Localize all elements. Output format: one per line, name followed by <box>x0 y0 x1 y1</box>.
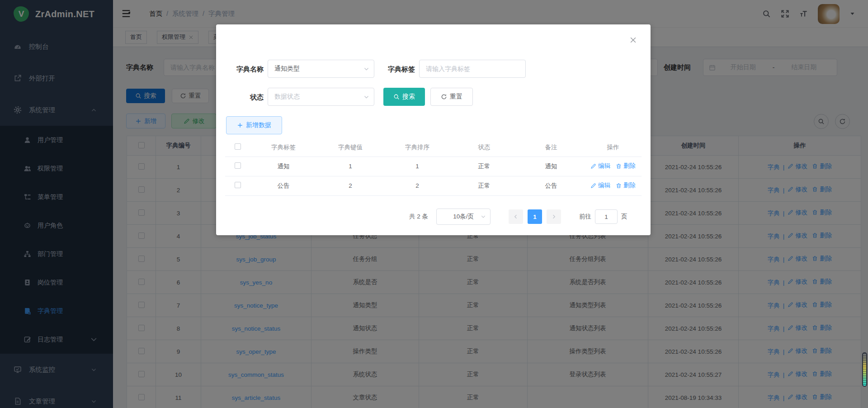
jump-suffix: 页 <box>621 213 627 221</box>
dict-data-table: 字典标签字典键值字典排序状态备注操作 通知11正常通知编辑删除公告22正常公告编… <box>225 138 642 196</box>
modal-dict-label-label: 字典标签 <box>380 65 415 74</box>
modal-dict-name-value: 通知类型 <box>274 65 300 73</box>
chevron-down-icon <box>481 214 486 219</box>
refresh-icon <box>441 94 447 100</box>
plus-icon <box>237 122 243 128</box>
jump-prefix: 前往 <box>579 213 591 221</box>
modal-dict-label-input[interactable] <box>419 60 526 78</box>
dict-data-modal: 字典名称 通知类型 字典标签 状态 数据状态 搜索 重置 新增数据 字典标签字典… <box>216 24 651 235</box>
modal-table-row: 公告22正常公告编辑删除 <box>225 176 642 195</box>
pagination-total: 共 2 条 <box>409 213 428 221</box>
modal-row-checkbox[interactable] <box>235 162 241 169</box>
modal-reset-button-label: 重置 <box>450 93 462 101</box>
modal-status-placeholder: 数据状态 <box>274 93 300 101</box>
chevron-down-icon <box>363 66 369 72</box>
modal-dict-name-label: 字典名称 <box>228 65 264 74</box>
cell-status: 正常 <box>451 157 518 176</box>
modal-add-data-button[interactable]: 新增数据 <box>226 116 282 134</box>
cell-dict-value: 1 <box>317 157 384 176</box>
modal-search-button[interactable]: 搜索 <box>383 88 425 106</box>
modal-reset-button[interactable]: 重置 <box>430 88 473 106</box>
modal-status-label: 状态 <box>228 93 264 102</box>
modal-row-checkbox[interactable] <box>235 182 241 188</box>
cell-dict-sort: 1 <box>384 157 451 176</box>
cell-remark: 通知 <box>518 157 585 176</box>
cell-status: 正常 <box>451 176 518 195</box>
trash-icon <box>616 183 622 189</box>
modal-column-header: 操作 <box>585 138 642 157</box>
modal-column-header: 字典排序 <box>384 138 451 157</box>
modal-delete-link[interactable]: 删除 <box>616 162 636 170</box>
modal-status-select[interactable]: 数据状态 <box>268 88 374 106</box>
modal-column-header <box>225 138 250 157</box>
cell-dict-label: 通知 <box>250 157 317 176</box>
arrow-left-icon <box>513 214 519 219</box>
modal-edit-link[interactable]: 编辑 <box>590 162 610 170</box>
current-page-button[interactable]: 1 <box>528 209 542 224</box>
modal-column-header: 状态 <box>451 138 518 157</box>
modal-select-all-checkbox[interactable] <box>235 143 241 150</box>
modal-add-data-label: 新增数据 <box>246 121 271 129</box>
modal-delete-link[interactable]: 删除 <box>616 181 636 190</box>
edit-icon <box>590 163 596 169</box>
close-icon[interactable] <box>629 36 637 44</box>
page-size-select[interactable]: 10条/页 <box>436 209 491 225</box>
modal-table-row: 通知11正常通知编辑删除 <box>225 157 642 176</box>
search-icon <box>393 94 400 100</box>
page-size-value: 10条/页 <box>453 213 474 221</box>
trash-icon <box>616 163 622 169</box>
scrollbar-thumb[interactable] <box>862 352 867 387</box>
pagination: 共 2 条 10条/页 1 前往 页 <box>409 209 627 225</box>
arrow-right-icon <box>551 214 557 219</box>
edit-icon <box>590 183 596 189</box>
scrollbar-stripes <box>863 353 866 386</box>
app-root: V ZrAdmin.NET 控制台外部打开系统管理用户管理权限管理菜单管理用户角… <box>0 0 868 408</box>
cell-dict-value: 2 <box>317 176 384 195</box>
modal-dict-name-select[interactable]: 通知类型 <box>268 60 374 78</box>
modal-search-button-label: 搜索 <box>402 93 415 101</box>
cell-remark: 公告 <box>518 176 585 195</box>
modal-column-header: 备注 <box>518 138 585 157</box>
modal-column-header: 字典键值 <box>317 138 384 157</box>
prev-page-button[interactable] <box>509 209 523 224</box>
cell-dict-sort: 2 <box>384 176 451 195</box>
modal-column-header: 字典标签 <box>250 138 317 157</box>
next-page-button[interactable] <box>547 209 561 224</box>
jump-page-input[interactable] <box>595 209 618 224</box>
chevron-down-icon <box>363 94 369 100</box>
cell-dict-label: 公告 <box>250 176 317 195</box>
modal-edit-link[interactable]: 编辑 <box>590 181 610 190</box>
